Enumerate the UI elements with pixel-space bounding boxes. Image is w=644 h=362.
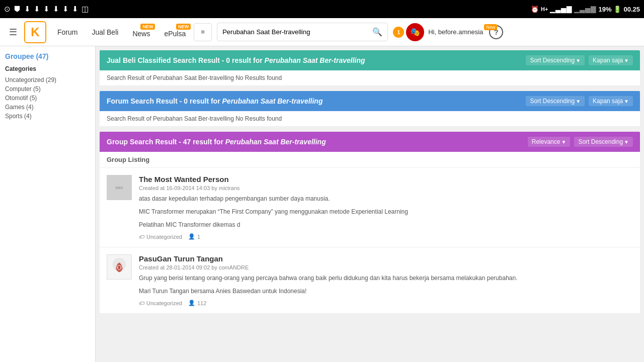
tag-icon-1: 🏷 — [139, 234, 144, 240]
battery-percent: 19% — [598, 6, 611, 13]
group-item: PasuGan Turun Tangan Created at 28-01-20… — [100, 247, 640, 314]
nav-badge-epulsa: NEW — [176, 24, 191, 30]
sidebar-item-uncategorized[interactable]: Uncategorized (29) — [5, 75, 90, 84]
group-meta-1: Created at 16-09-2014 14:03 by mictrans — [139, 185, 633, 191]
group-sort-descending[interactable]: Sort Descending ▼ — [574, 137, 633, 147]
nav-item-forum[interactable]: Forum — [51, 24, 84, 40]
notification-badge[interactable]: 1 — [393, 27, 404, 38]
members-icon-1: 👤 — [188, 233, 195, 240]
group-category-tag-1: 🏷 Uncategorized — [139, 233, 182, 240]
signal-hp-icon: H+ — [541, 6, 548, 12]
group-members-tag-2: 👤 112 — [188, 300, 206, 306]
group-desc-2a: Grup yang berisi tentang orang-orang yan… — [139, 274, 633, 283]
hamburger-button[interactable]: ☰ — [4, 23, 22, 41]
user-greeting[interactable]: Hi, before.amnesia New — [428, 28, 483, 36]
group-desc-1a: atas dasar kepedulian terhadap pengemban… — [139, 194, 633, 203]
download-icon-6: ⬇ — [72, 5, 78, 14]
status-right: ⏰ H+ ▁▃▅▇ ▁▃▅▇ 19% 🔋 00.25 — [531, 6, 640, 13]
group-result-block: Group Search Result - 47 result for Peru… — [100, 132, 640, 314]
tag-icon-2: 🏷 — [139, 300, 144, 306]
relevance-arrow-icon: ▼ — [561, 139, 566, 145]
status-icons: ⊙ ⛊ ⬇ ⬇ ⬇ ⬇ ⬇ ⬇ ◫ — [4, 5, 89, 14]
forum-result-block: Forum Search Result - 0 result for Perub… — [100, 91, 640, 127]
download-icon-3: ⬇ — [43, 5, 50, 14]
signal-bars-2-icon: ▁▃▅▇ — [574, 6, 596, 13]
forum-sort-descending[interactable]: Sort Descending ▼ — [526, 96, 585, 106]
forum-kapan-arrow-icon: ▼ — [624, 99, 629, 104]
svg-text:IMG: IMG — [115, 186, 123, 190]
group-info-2: PasuGan Turun Tangan Created at 28-01-20… — [139, 254, 633, 306]
group-members-tag-1: 👤 1 — [188, 233, 200, 240]
jualbeli-result-header: Jual Beli Classified Search Result - 0 r… — [100, 50, 640, 70]
jualbeli-sort-descending[interactable]: Sort Descending ▼ — [526, 55, 585, 65]
group-sort-arrow-icon: ▼ — [624, 139, 629, 145]
download-icon-4: ⬇ — [53, 5, 59, 14]
jualbeli-result-title: Jual Beli Classified Search Result - 0 r… — [107, 56, 365, 64]
group-desc-2b: Mari Turun Tangan bersama Anies Baswedan… — [139, 287, 633, 296]
nav-item-epulsa[interactable]: NEW ePulsa — [158, 23, 192, 42]
main-layout: Groupee (47) Categories Uncategorized (2… — [0, 46, 644, 362]
bbm-icon: ◫ — [82, 5, 89, 14]
content-area: Jual Beli Classified Search Result - 0 r… — [96, 46, 644, 362]
nav-item-jualbeli[interactable]: Jual Beli — [86, 24, 124, 40]
group-meta-2: Created at 28-01-2014 09:02 by comANDRE — [139, 264, 633, 270]
jualbeli-result-block: Jual Beli Classified Search Result - 0 r… — [100, 50, 640, 86]
battery-icon: 🔋 — [613, 6, 621, 13]
group-result-header: Group Search Result - 47 result for Peru… — [100, 132, 640, 152]
forum-sort-controls: Sort Descending ▼ Kapan saja ▼ — [526, 96, 633, 106]
group-name-1[interactable]: The Most Wanted Person — [139, 175, 633, 184]
group-thumbnail-2 — [107, 254, 132, 280]
nav-item-news[interactable]: NEW News — [126, 23, 156, 42]
group-info-1: The Most Wanted Person Created at 16-09-… — [139, 175, 633, 240]
jualbeli-sort-controls: Sort Descending ▼ Kapan saja ▼ — [526, 55, 633, 65]
group-relevance[interactable]: Relevance ▼ — [528, 137, 571, 147]
nav-more-button[interactable]: ≡ — [194, 23, 212, 41]
group-thumbnail-1: IMG — [107, 175, 132, 200]
sidebar-categories-title: Categories — [5, 65, 90, 72]
app-icon-2: ⛊ — [14, 5, 21, 14]
download-icon-5: ⬇ — [62, 5, 69, 14]
sidebar-item-sports[interactable]: Sports (4) — [5, 112, 90, 121]
nav-badge-news: NEW — [140, 24, 155, 30]
group-desc-1b: MIC Transformer merupakan “The First Com… — [139, 207, 633, 216]
forum-kapan-saja[interactable]: Kapan saja ▼ — [589, 96, 633, 106]
jualbeli-no-result: Search Result of Perubahan Saat Ber-trav… — [100, 70, 640, 86]
forum-result-title: Forum Search Result - 0 result for Perub… — [107, 97, 323, 105]
logo-button[interactable]: K — [24, 21, 46, 43]
members-icon-2: 👤 — [188, 300, 195, 306]
sidebar-item-otomotif[interactable]: Otomotif (5) — [5, 94, 90, 103]
download-icon-2: ⬇ — [34, 5, 40, 14]
status-bar: ⊙ ⛊ ⬇ ⬇ ⬇ ⬇ ⬇ ⬇ ◫ ⏰ H+ ▁▃▅▇ ▁▃▅▇ 19% 🔋 0… — [0, 0, 644, 18]
forum-sort-arrow-icon: ▼ — [576, 99, 581, 104]
clock-time: 00.25 — [623, 6, 640, 13]
forum-result-header: Forum Search Result - 0 result for Perub… — [100, 91, 640, 111]
sort-arrow-icon: ▼ — [576, 58, 581, 63]
search-input[interactable] — [217, 24, 367, 40]
group-sort-controls: Relevance ▼ Sort Descending ▼ — [528, 137, 633, 147]
sidebar-groupee-title[interactable]: Groupee (47) — [5, 52, 90, 60]
sidebar-item-games[interactable]: Games (4) — [5, 103, 90, 112]
group-item: IMG The Most Wanted Person Created at 16… — [100, 168, 640, 247]
group-name-2[interactable]: PasuGan Turun Tangan — [139, 254, 633, 263]
jualbeli-kapan-saja[interactable]: Kapan saja ▼ — [589, 55, 633, 65]
signal-bars-icon: ▁▃▅▇ — [550, 6, 572, 13]
sidebar-item-computer[interactable]: Computer (5) — [5, 84, 90, 94]
forum-no-result: Search Result of Perubahan Saat Ber-trav… — [100, 111, 640, 127]
user-avatar[interactable]: 🎭 — [406, 23, 424, 41]
alarm-icon: ⏰ — [531, 6, 539, 13]
search-button[interactable]: 🔍 — [367, 23, 387, 41]
group-result-title: Group Search Result - 47 result for Peru… — [107, 138, 326, 146]
user-new-badge: New — [484, 24, 497, 30]
group-tags-1: 🏷 Uncategorized 👤 1 — [139, 233, 633, 240]
app-icon-1: ⊙ — [4, 5, 11, 14]
download-icon-1: ⬇ — [24, 5, 31, 14]
sidebar: Groupee (47) Categories Uncategorized (2… — [0, 46, 96, 362]
group-tags-2: 🏷 Uncategorized 👤 112 — [139, 300, 633, 306]
group-listing-header: Group Listing — [100, 152, 640, 168]
username-label: Hi, before.amnesia — [428, 28, 483, 36]
group-category-tag-2: 🏷 Uncategorized — [139, 300, 182, 306]
top-nav: ☰ K Forum Jual Beli NEW News NEW ePulsa … — [0, 18, 644, 46]
group-desc-1c: Pelatihan MIC Transformer dikemas d — [139, 220, 633, 229]
search-box: 🔍 — [217, 23, 388, 41]
kapan-arrow-icon: ▼ — [624, 58, 629, 63]
